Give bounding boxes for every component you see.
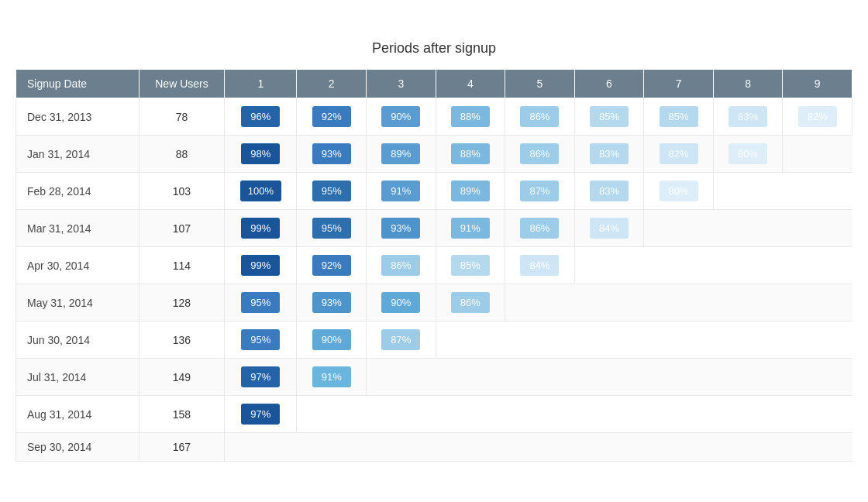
period-9-cell — [783, 210, 852, 247]
period-5-cell — [505, 321, 575, 359]
period-5-cell — [505, 433, 575, 462]
period-8-cell — [713, 173, 783, 210]
period-3-cell: 89% — [367, 136, 436, 173]
period-5-cell — [505, 396, 575, 433]
new-users-cell: 128 — [139, 284, 225, 321]
period-6-cell — [574, 396, 644, 433]
header-row: Signup Date New Users 1 2 3 4 5 6 7 8 9 — [16, 70, 852, 98]
new-users-cell: 114 — [139, 247, 225, 284]
period-6-cell: 83% — [574, 173, 644, 210]
new-users-cell: 136 — [139, 321, 225, 359]
period-1-cell: 98% — [225, 136, 297, 173]
period-5-header: 5 — [505, 70, 575, 98]
table-row: Jan 31, 20148898%93%89%88%86%83%82%80% — [16, 136, 852, 173]
table-row: Aug 31, 201415897% — [16, 396, 852, 433]
chart-title: Periods after signup — [16, 40, 852, 57]
period-1-cell: 97% — [225, 396, 297, 433]
table-row: Sep 30, 2014167 — [16, 433, 852, 462]
signup-date-cell: Jul 31, 2014 — [16, 359, 140, 396]
period-8-cell — [713, 210, 783, 247]
period-9-cell — [783, 173, 852, 210]
period-6-cell — [574, 433, 644, 462]
period-3-cell: 90% — [367, 284, 436, 321]
period-1-header: 1 — [225, 70, 297, 98]
period-1-cell: 95% — [225, 284, 297, 321]
signup-date-cell: Sep 30, 2014 — [16, 433, 140, 462]
period-3-cell: 93% — [367, 210, 436, 247]
period-5-cell: 84% — [505, 247, 575, 284]
period-6-cell: 83% — [574, 136, 644, 173]
signup-date-cell: Apr 30, 2014 — [16, 247, 140, 284]
period-5-cell: 86% — [505, 136, 575, 173]
period-6-cell — [574, 284, 644, 321]
period-2-cell: 91% — [297, 359, 367, 396]
period-4-cell: 91% — [436, 210, 505, 247]
period-8-cell: 83% — [713, 98, 783, 136]
period-6-cell — [574, 321, 644, 359]
period-3-cell — [367, 433, 436, 462]
period-9-cell — [783, 359, 852, 396]
period-2-cell: 95% — [297, 173, 367, 210]
period-1-cell: 99% — [225, 210, 297, 247]
period-7-cell — [644, 433, 714, 462]
new-users-cell: 167 — [139, 433, 225, 462]
period-4-cell: 88% — [436, 136, 505, 173]
new-users-cell: 103 — [139, 173, 225, 210]
new-users-cell: 149 — [139, 359, 225, 396]
period-6-cell: 84% — [574, 210, 644, 247]
new-users-cell: 158 — [139, 396, 225, 433]
period-9-header: 9 — [783, 70, 852, 98]
period-4-cell: 88% — [436, 98, 505, 136]
new-users-cell: 107 — [139, 210, 225, 247]
period-3-cell — [367, 359, 436, 396]
period-8-cell — [713, 284, 783, 321]
period-3-cell: 91% — [367, 173, 436, 210]
signup-date-cell: Mar 31, 2014 — [16, 210, 140, 247]
new-users-cell: 78 — [139, 98, 225, 136]
table-row: May 31, 201412895%93%90%86% — [16, 284, 852, 321]
table-row: Apr 30, 201411499%92%86%85%84% — [16, 247, 852, 284]
period-9-cell — [783, 136, 852, 173]
period-5-cell — [505, 284, 575, 321]
period-1-cell: 99% — [225, 247, 297, 284]
period-9-cell — [783, 284, 852, 321]
period-2-cell — [297, 396, 367, 433]
table-row: Feb 28, 2014103100%95%91%89%87%83%80% — [16, 173, 852, 210]
cohort-chart: Periods after signup Signup Date New Use… — [16, 40, 852, 462]
period-5-cell: 87% — [505, 173, 575, 210]
period-5-cell — [505, 359, 575, 396]
signup-date-cell: Dec 31, 2013 — [16, 98, 140, 136]
period-4-cell — [436, 396, 505, 433]
period-2-cell: 90% — [297, 321, 367, 359]
period-1-cell: 97% — [225, 359, 297, 396]
period-7-cell — [644, 210, 714, 247]
period-7-cell — [644, 247, 714, 284]
period-3-cell: 86% — [367, 247, 436, 284]
period-7-cell — [644, 396, 714, 433]
signup-date-header: Signup Date — [16, 70, 140, 98]
signup-date-cell: May 31, 2014 — [16, 284, 140, 321]
period-4-cell: 89% — [436, 173, 505, 210]
period-2-cell: 95% — [297, 210, 367, 247]
signup-date-cell: Jun 30, 2014 — [16, 321, 140, 359]
table-row: Jun 30, 201413695%90%87% — [16, 321, 852, 359]
signup-date-cell: Aug 31, 2014 — [16, 396, 140, 433]
period-7-cell — [644, 321, 714, 359]
period-4-cell: 85% — [436, 247, 505, 284]
period-7-cell: 85% — [644, 98, 714, 136]
period-5-cell: 86% — [505, 98, 575, 136]
period-9-cell — [783, 247, 852, 284]
period-6-cell — [574, 359, 644, 396]
table-row: Mar 31, 201410799%95%93%91%86%84% — [16, 210, 852, 247]
signup-date-cell: Feb 28, 2014 — [16, 173, 140, 210]
period-2-cell: 92% — [297, 247, 367, 284]
period-8-cell — [713, 247, 783, 284]
period-8-cell — [713, 433, 783, 462]
period-2-cell: 93% — [297, 284, 367, 321]
period-4-cell — [436, 359, 505, 396]
period-4-cell — [436, 433, 505, 462]
period-2-header: 2 — [297, 70, 367, 98]
period-6-cell — [574, 247, 644, 284]
period-8-cell — [713, 396, 783, 433]
period-6-cell: 85% — [574, 98, 644, 136]
